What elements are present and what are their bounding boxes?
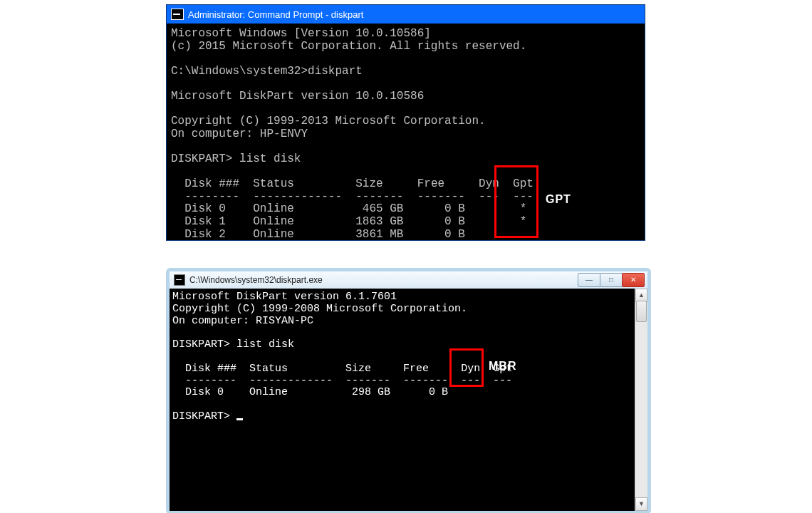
terminal-output[interactable]: Microsoft Windows [Version 10.0.10586] (…: [167, 24, 645, 240]
diskpart-version: Microsoft DiskPart version 10.0.10586: [171, 90, 424, 103]
os-version-line: Microsoft Windows [Version 10.0.10586]: [171, 27, 431, 40]
cell-size: 3861 MB: [355, 228, 403, 241]
scroll-down-button[interactable]: ▼: [635, 497, 647, 511]
annotation-gpt: GPT: [546, 194, 571, 205]
cell-size: 298 GB: [352, 386, 390, 398]
cell-size: 465 GB: [363, 202, 404, 215]
col-disk: Disk ###: [184, 177, 239, 190]
window-controls: — □ ✕: [578, 273, 645, 287]
chevron-up-icon: ▲: [638, 292, 645, 299]
annotation-mbr: MBR: [489, 361, 516, 372]
cell-disk: Disk 2: [184, 228, 226, 241]
window-diskpart-win7: C:\Windows\system32\diskpart.exe — □ ✕ M…: [166, 268, 651, 513]
titlebar[interactable]: C:\Windows\system32\diskpart.exe — □ ✕: [170, 271, 647, 289]
diskpart-command: list disk: [239, 152, 301, 165]
maximize-icon: □: [609, 276, 613, 284]
col-size: Size: [355, 177, 382, 190]
diskpart-command: list disk: [236, 338, 294, 351]
cell-free: 0 B: [444, 215, 465, 228]
os-copyright-line: (c) 2015 Microsoft Corporation. All righ…: [171, 40, 526, 53]
cmd-icon: [174, 274, 185, 286]
scroll-track[interactable]: [635, 301, 647, 499]
diskpart-prompt: DISKPART>: [171, 152, 232, 165]
scroll-thumb[interactable]: [636, 301, 647, 322]
cell-free: 0 B: [444, 202, 465, 215]
cell-free: 0 B: [444, 228, 465, 241]
minimize-button[interactable]: —: [578, 273, 600, 287]
diskpart-computer: On computer: RISYAN-PC: [172, 315, 313, 327]
diskpart-copyright: Copyright (C) 1999-2013 Microsoft Corpor…: [171, 115, 486, 128]
maximize-button[interactable]: □: [600, 273, 623, 287]
minimize-icon: —: [585, 276, 593, 284]
terminal-output[interactable]: Microsoft DiskPart version 6.1.7601 Copy…: [170, 289, 635, 511]
prompt-path: C:\Windows\system32>: [171, 65, 308, 78]
diskpart-copyright: Copyright (C) 1999-2008 Microsoft Corpor…: [172, 303, 467, 315]
diskpart-prompt: DISKPART>: [172, 410, 230, 423]
cell-status: Online: [253, 228, 294, 241]
col-disk: Disk ###: [185, 363, 236, 375]
chevron-down-icon: ▼: [638, 501, 645, 507]
cell-status: Online: [249, 386, 288, 398]
command-entered: diskpart: [308, 65, 363, 78]
cursor-icon: [236, 418, 243, 420]
diskpart-computer: On computer: HP-ENVY: [171, 128, 308, 140]
vertical-scrollbar[interactable]: ▲ ▼: [635, 289, 647, 511]
cell-status: Online: [253, 202, 294, 215]
close-icon: ✕: [630, 276, 636, 284]
close-button[interactable]: ✕: [622, 273, 645, 287]
window-title: Administrator: Command Prompt - diskpart: [188, 10, 363, 19]
col-free: Free: [417, 177, 444, 190]
diskpart-prompt: DISKPART>: [172, 338, 230, 351]
col-size: Size: [345, 363, 371, 375]
cell-disk: Disk 1: [184, 215, 226, 228]
col-status: Status: [253, 177, 294, 190]
highlight-box-gpt-column: [449, 348, 484, 387]
cell-status: Online: [253, 215, 294, 228]
cell-disk: Disk 0: [184, 202, 226, 215]
window-title: C:\Windows\system32\diskpart.exe: [189, 276, 323, 284]
cell-free: 0 B: [429, 386, 448, 398]
highlight-box-gpt-column: [494, 165, 538, 238]
col-status: Status: [249, 363, 288, 375]
cmd-icon: [171, 9, 184, 20]
titlebar[interactable]: Administrator: Command Prompt - diskpart: [167, 5, 645, 24]
diskpart-version: Microsoft DiskPart version 6.1.7601: [172, 291, 397, 303]
cell-disk: Disk 0: [185, 386, 224, 398]
window-cmd-diskpart-win10: Administrator: Command Prompt - diskpart…: [166, 4, 645, 241]
cell-size: 1863 GB: [355, 215, 403, 228]
col-free: Free: [403, 363, 429, 375]
